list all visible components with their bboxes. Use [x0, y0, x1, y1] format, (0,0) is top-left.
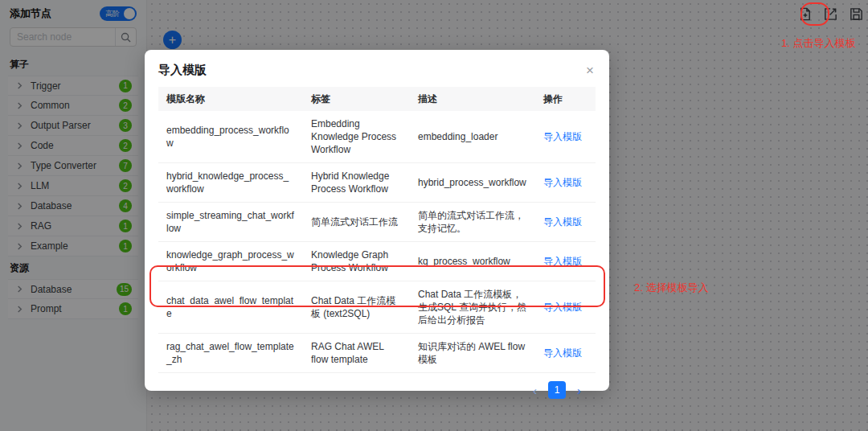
table-row: rag_chat_awel_flow_template_zh RAG Chat … [158, 334, 596, 373]
template-desc: hybrid_process_workflow [410, 163, 535, 202]
template-name: knowledge_graph_process_workflow [158, 242, 303, 281]
pagination-prev-icon[interactable]: ‹ [533, 384, 537, 396]
template-tag: RAG Chat AWEL flow template [303, 334, 410, 372]
modal-title: 导入模版 [158, 63, 207, 78]
template-tag: Chat Data 工作流模板 (text2SQL) [303, 281, 410, 333]
template-table: 模版名称 标签 描述 操作 embedding_process_workflow… [158, 87, 596, 373]
import-template-link[interactable]: 导入模版 [543, 176, 582, 189]
table-header-row: 模版名称 标签 描述 操作 [158, 87, 596, 111]
col-header-action: 操作 [535, 87, 596, 111]
import-template-link[interactable]: 导入模版 [543, 301, 582, 314]
table-row: hybrid_knowledge_process_workflow Hybrid… [158, 163, 596, 203]
template-desc: kg_process_workflow [410, 242, 535, 281]
template-tag: Embedding Knowledge Process Workflow [303, 111, 410, 162]
col-header-name: 模版名称 [158, 87, 303, 111]
table-row: simple_streaming_chat_workflow 简单流式对话工作流… [158, 203, 596, 242]
pagination: ‹ 1 › [158, 381, 581, 399]
template-tag: Hybrid Knowledge Process Workflow [303, 163, 410, 202]
pagination-page-1[interactable]: 1 [548, 381, 566, 399]
template-name: embedding_process_workflow [158, 111, 303, 162]
template-tag: 简单流式对话工作流 [303, 203, 410, 241]
table-row: knowledge_graph_process_workflow Knowled… [158, 242, 596, 281]
template-desc: Chat Data 工作流模板，生成SQL 查询并执行，然后给出分析报告 [410, 281, 535, 333]
col-header-tag: 标签 [303, 87, 410, 111]
workflow-editor: 添加节点 高阶 算子 Trigger 1 Common [0, 0, 868, 431]
import-template-modal: 导入模版 × 模版名称 标签 描述 操作 embedding_process_w… [145, 50, 609, 391]
template-desc: 简单的流式对话工作流，支持记忆。 [410, 203, 535, 241]
col-header-desc: 描述 [410, 87, 535, 111]
import-template-link[interactable]: 导入模版 [543, 216, 582, 228]
close-icon[interactable]: × [584, 62, 596, 79]
table-row-highlighted: chat_data_awel_flow_template Chat Data 工… [158, 281, 596, 334]
template-name: hybrid_knowledge_process_workflow [158, 163, 303, 202]
pagination-next-icon[interactable]: › [577, 384, 581, 396]
template-tag: Knowledge Graph Process Workflow [303, 242, 410, 281]
table-row: embedding_process_workflow Embedding Kno… [158, 111, 596, 163]
import-template-link[interactable]: 导入模版 [543, 130, 582, 143]
template-desc: embedding_loader [410, 111, 535, 162]
template-name: chat_data_awel_flow_template [158, 281, 303, 333]
import-template-link[interactable]: 导入模版 [543, 255, 582, 268]
template-desc: 知识库对话的 AWEL flow 模板 [410, 334, 535, 372]
template-name: simple_streaming_chat_workflow [158, 203, 303, 241]
import-template-link[interactable]: 导入模版 [543, 347, 582, 359]
template-name: rag_chat_awel_flow_template_zh [158, 334, 303, 372]
